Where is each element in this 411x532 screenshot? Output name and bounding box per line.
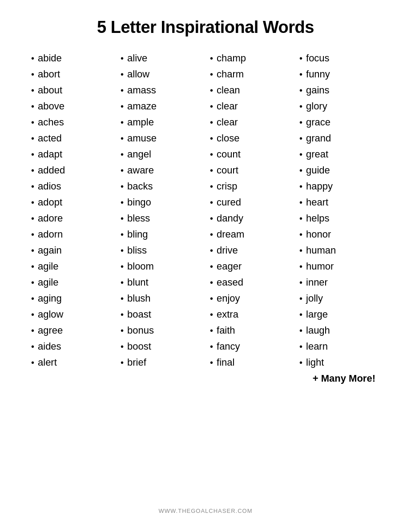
word-label: agile (38, 261, 58, 272)
bullet-icon: • (121, 326, 124, 335)
word-label: funny (306, 69, 330, 80)
word-label: heart (306, 197, 328, 208)
word-label: abide (38, 52, 62, 64)
bullet-icon: • (121, 86, 124, 95)
word-label: court (217, 165, 238, 176)
bullet-icon: • (121, 166, 124, 175)
word-label: agile (38, 277, 58, 288)
bullet-icon: • (299, 310, 302, 319)
bullet-icon: • (210, 246, 213, 255)
list-item: •again (31, 242, 112, 258)
list-item: •angel (121, 146, 201, 162)
word-label: guide (306, 165, 330, 176)
word-label: bingo (127, 197, 151, 208)
list-item: •charm (210, 66, 290, 82)
list-item: •count (210, 146, 290, 162)
list-item: •adios (31, 178, 112, 194)
list-item: •human (299, 242, 380, 258)
word-column-1: •abide•abort•about•above•aches•acted•ada… (27, 50, 116, 499)
bullet-icon: • (121, 230, 124, 239)
list-item: •agree (31, 322, 112, 339)
bullet-icon: • (299, 358, 302, 367)
word-label: gains (306, 85, 330, 96)
bullet-icon: • (121, 54, 124, 63)
list-item: •aware (121, 162, 201, 178)
bullet-icon: • (121, 310, 124, 319)
list-item: •above (31, 98, 112, 114)
list-item: •adopt (31, 194, 112, 210)
bullet-icon: • (210, 102, 213, 111)
bullet-icon: • (210, 278, 213, 287)
list-item: •close (210, 130, 290, 146)
list-item: •boast (121, 306, 201, 322)
word-label: large (306, 309, 328, 320)
word-label: champ (217, 52, 246, 64)
more-label: + Many More! (299, 373, 380, 384)
list-item: •extra (210, 306, 290, 322)
bullet-icon: • (299, 134, 302, 143)
list-item: •clear (210, 98, 290, 114)
bullet-icon: • (31, 182, 34, 191)
bullet-icon: • (31, 230, 34, 239)
list-item: •backs (121, 178, 201, 194)
word-label: amaze (127, 101, 157, 112)
bullet-icon: • (210, 326, 213, 335)
list-item: •final (210, 355, 290, 371)
word-label: aglow (38, 309, 63, 320)
bullet-icon: • (210, 358, 213, 367)
bullet-icon: • (31, 214, 34, 223)
bullet-icon: • (121, 214, 124, 223)
word-label: ample (127, 117, 154, 128)
bullet-icon: • (121, 182, 124, 191)
list-item: •ample (121, 114, 201, 130)
bullet-icon: • (210, 86, 213, 95)
bullet-icon: • (210, 342, 213, 351)
word-label: boost (127, 341, 151, 352)
bullet-icon: • (210, 310, 213, 319)
word-column-2: •alive•allow•amass•amaze•ample•amuse•ang… (116, 50, 206, 499)
list-item: •aging (31, 290, 112, 306)
bullet-icon: • (210, 166, 213, 175)
word-label: brief (127, 357, 146, 368)
list-item: •aches (31, 114, 112, 130)
word-label: abort (38, 69, 60, 80)
bullet-icon: • (210, 118, 213, 127)
list-item: •bliss (121, 242, 201, 258)
bullet-icon: • (31, 294, 34, 303)
word-label: adios (38, 181, 61, 192)
bullet-icon: • (210, 230, 213, 239)
list-item: •grand (299, 130, 380, 146)
list-item: •guide (299, 162, 380, 178)
list-item: •funny (299, 66, 380, 82)
list-item: •focus (299, 50, 380, 66)
word-label: grand (306, 133, 331, 144)
word-label: aides (38, 341, 61, 352)
list-item: •agile (31, 258, 112, 274)
word-label: amuse (127, 133, 157, 144)
word-label: honor (306, 229, 331, 240)
word-label: learn (306, 341, 328, 352)
word-label: dream (217, 229, 244, 240)
list-item: •light (299, 355, 380, 371)
word-label: human (306, 245, 336, 256)
list-item: •inner (299, 274, 380, 290)
list-item: •bling (121, 226, 201, 242)
list-item: •blush (121, 290, 201, 306)
bullet-icon: • (31, 54, 34, 63)
bullet-icon: • (121, 342, 124, 351)
word-label: extra (217, 309, 238, 320)
list-item: •jolly (299, 290, 380, 306)
word-label: clear (217, 117, 238, 128)
word-label: close (217, 133, 239, 144)
list-item: •amaze (121, 98, 201, 114)
list-item: •humor (299, 258, 380, 274)
word-label: enjoy (217, 293, 240, 304)
word-label: bless (127, 213, 150, 224)
word-label: bliss (127, 245, 147, 256)
list-item: •champ (210, 50, 290, 66)
list-item: •amass (121, 82, 201, 98)
bullet-icon: • (299, 70, 302, 79)
word-label: jolly (306, 293, 323, 304)
page-title: 5 Letter Inspirational Words (27, 18, 384, 37)
bullet-icon: • (299, 118, 302, 127)
